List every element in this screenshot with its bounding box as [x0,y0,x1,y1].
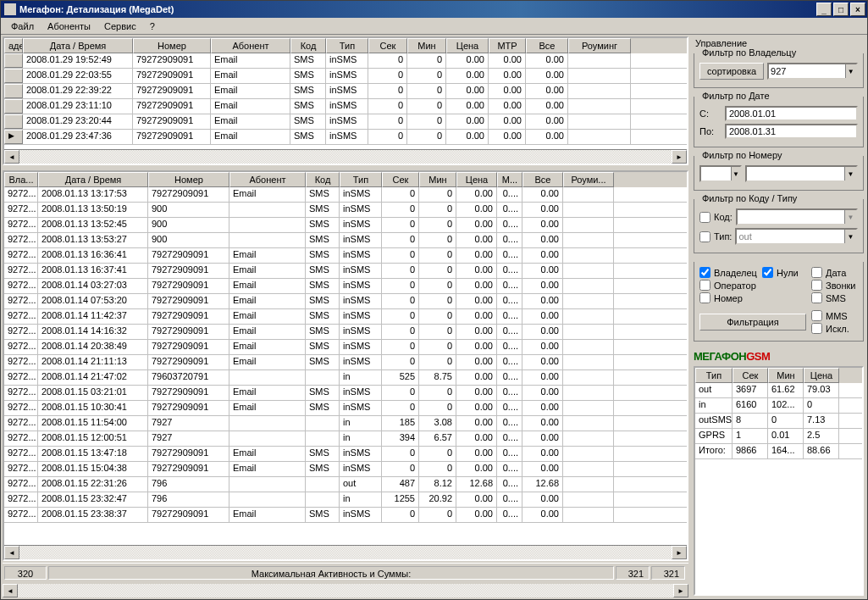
table-row[interactable]: 9272...2008.01.15 11:54:007927in1853.080… [4,416,687,431]
table-row[interactable]: 9272...2008.01.13 16:36:4179272909091Ema… [4,248,687,264]
date-to-field[interactable]: 2008.01.31 [725,124,858,139]
filter-button[interactable]: Фильтрация [699,314,806,331]
summary-header[interactable]: Сек [733,368,768,383]
table-row[interactable]: 9272...2008.01.14 21:47:0279603720791in5… [4,370,687,386]
table-row[interactable]: 9272...2008.01.14 20:38:4979272909091Ema… [4,340,687,355]
calls-check[interactable] [811,280,822,291]
g1-header[interactable]: Абонент [211,38,290,53]
num-combo-2[interactable]: ▼ [745,165,858,182]
menu-file[interactable]: Файл [4,19,41,33]
code-combo[interactable]: ▼ [736,208,858,225]
table-row[interactable]: 9272...2008.01.13 13:52:45900SMSinSMS000… [4,218,687,233]
table-row[interactable]: 9272...2008.01.15 03:21:0179272909091Ema… [4,386,687,401]
sms-check[interactable] [811,292,822,303]
date-from-label: С: [699,108,721,119]
table-row[interactable]: 2008.01.29 23:20:4479272909091EmailSMSin… [4,114,687,130]
summary-header[interactable]: Мин [768,368,804,383]
table-row[interactable]: 2008.01.29 22:03:5579272909091EmailSMSin… [4,69,687,84]
table-row[interactable]: 9272...2008.01.15 23:32:47796in125520.92… [4,492,687,508]
owner-check[interactable] [699,267,710,278]
menu-service[interactable]: Сервис [97,19,143,33]
g1-header[interactable]: Мин [407,38,446,53]
table-row[interactable]: 9272...2008.01.13 13:50:19900SMSinSMS000… [4,203,687,218]
table-row[interactable]: 9272...2008.01.14 14:16:3279272909091Ema… [4,325,687,340]
table-row[interactable]: 2008.01.29 23:11:1079272909091EmailSMSin… [4,99,687,114]
num-combo-1[interactable]: ▼ [699,165,742,182]
g2-header[interactable]: Код [306,172,340,187]
table-row[interactable]: 9272...2008.01.15 23:38:3779272909091Ema… [4,508,687,523]
menu-subscribers[interactable]: Абоненты [41,19,97,33]
g2-header[interactable]: Абонент [229,172,306,187]
table-row[interactable]: 2008.01.29 19:52:4979272909091EmailSMSin… [4,53,687,69]
table-row[interactable]: 9272...2008.01.15 12:00:517927in3946.570… [4,431,687,447]
g1-header[interactable]: Тип [326,38,368,53]
bottom-grid-hscroll[interactable]: ◄► [4,545,687,559]
chevron-down-icon[interactable]: ▼ [845,64,856,78]
g1-header[interactable]: Код [290,38,326,53]
summary-row[interactable]: Итого:9866164...88.66 [695,444,862,459]
summary-row[interactable]: out369761.6279.03 [695,383,862,398]
number-check[interactable] [699,292,710,303]
g2-header[interactable]: Цена [456,172,497,187]
date-from-field[interactable]: 2008.01.01 [725,106,858,121]
summary-row[interactable]: GPRS10.012.5 [695,429,862,444]
code-check[interactable] [699,212,710,223]
table-row[interactable]: 9272...2008.01.15 13:47:1879272909091Ema… [4,447,687,462]
operator-check[interactable] [699,280,710,291]
mms-check[interactable] [811,310,822,321]
table-row[interactable]: 9272...2008.01.15 22:31:26796out4878.121… [4,477,687,492]
g1-header[interactable]: Дата / Время [23,38,133,53]
maximize-button[interactable]: □ [833,3,849,16]
summary-grid[interactable]: ТипСекМинЦена out369761.6279.03in6160102… [694,366,864,596]
owner-combo-input[interactable] [769,66,844,76]
close-button[interactable]: × [850,3,865,16]
g2-header[interactable]: Вла... [4,172,38,187]
sort-button[interactable]: сортировка [699,63,764,80]
g1-header[interactable]: аде… [4,38,23,53]
summary-row[interactable]: in6160102...0 [695,398,862,414]
summary-header[interactable]: Тип [695,368,733,383]
table-row[interactable]: 2008.01.29 22:39:2279272909091EmailSMSin… [4,84,687,99]
nulls-check[interactable] [762,267,773,278]
owner-combo[interactable]: ▼ [767,63,858,80]
g2-header[interactable]: М... [497,172,522,187]
g2-header[interactable]: Мин [419,172,456,187]
g1-header[interactable]: МТР [489,38,526,53]
minimize-button[interactable]: _ [816,3,832,16]
outer-hscroll[interactable]: ◄► [3,584,688,597]
g2-header[interactable]: Сек [382,172,419,187]
checks-group: Владелец Оператор Номер Нули Дата Звонки… [694,262,864,342]
excl-check[interactable] [811,323,822,334]
g2-header[interactable]: Номер [148,172,229,187]
type-combo[interactable]: ▼ [735,228,858,245]
table-row[interactable]: 9272...2008.01.13 13:53:27900SMSinSMS000… [4,233,687,248]
menu-help[interactable]: ? [143,19,162,33]
table-row[interactable]: 9272...2008.01.13 16:37:4179272909091Ema… [4,264,687,279]
summary-row[interactable]: outSMS807.13 [695,414,862,429]
titlebar[interactable]: Мегафон: Детализация (MegaDet) _ □ × [1,1,867,18]
g1-header[interactable]: Сек [368,38,407,53]
g1-header[interactable]: Все [526,38,568,53]
top-grid[interactable]: аде…Дата / ВремяНомерАбонентКодТипСекМин… [3,36,688,165]
g2-header[interactable]: Дата / Время [38,172,148,187]
g1-header[interactable]: Номер [133,38,211,53]
g1-header[interactable]: Цена [446,38,489,53]
table-row[interactable]: 9272...2008.01.13 13:17:5379272909091Ema… [4,187,687,203]
table-row[interactable]: 9272...2008.01.14 11:42:3779272909091Ema… [4,309,687,325]
table-row[interactable]: 2008.01.29 23:47:3679272909091EmailSMSin… [4,130,687,145]
table-row[interactable]: 9272...2008.01.14 07:53:2079272909091Ema… [4,294,687,309]
table-row[interactable]: 9272...2008.01.14 21:11:1379272909091Ema… [4,355,687,370]
date-check[interactable] [811,267,822,278]
bottom-grid[interactable]: Вла...Дата / ВремяНомерАбонентКодТипСекМ… [3,170,688,561]
type-check[interactable] [699,231,710,242]
date-to-label: По: [699,126,721,136]
table-row[interactable]: 9272...2008.01.15 10:30:4179272909091Ema… [4,401,687,416]
g2-header[interactable]: Роуми... [563,172,614,187]
summary-header[interactable]: Цена [804,368,839,383]
table-row[interactable]: 9272...2008.01.15 15:04:3879272909091Ema… [4,462,687,477]
table-row[interactable]: 9272...2008.01.14 03:27:0379272909091Ema… [4,279,687,294]
g2-header[interactable]: Тип [340,172,382,187]
g2-header[interactable]: Все [522,172,563,187]
g1-header[interactable]: Роуминг [568,38,631,53]
top-grid-hscroll[interactable]: ◄► [4,149,687,164]
